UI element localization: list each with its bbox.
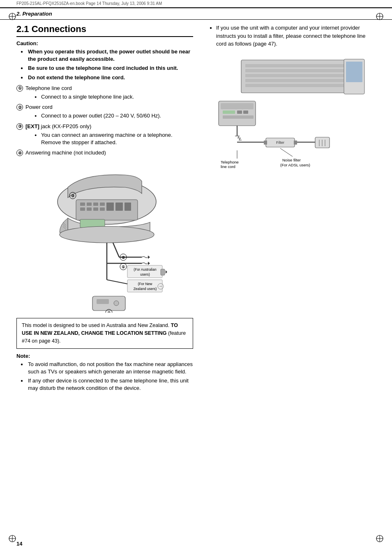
svg-rect-22 [106, 203, 114, 211]
svg-rect-71 [243, 111, 248, 114]
svg-rect-23 [115, 203, 123, 211]
svg-marker-34 [148, 256, 150, 259]
svg-line-32 [113, 243, 119, 257]
item-2-sub-1: Connect to a power outlet (220 – 240 V, … [35, 112, 161, 120]
note-label: Note: [16, 353, 193, 359]
svg-rect-21 [100, 207, 105, 211]
caution-label: Caution: [16, 40, 193, 46]
caution-item-2: Be sure to use the telephone line cord i… [21, 64, 193, 72]
svg-rect-72 [223, 115, 254, 119]
left-column: 2.1 Connections Caution: When you operat… [16, 24, 193, 395]
item-1-label: Telephone line cord [25, 85, 72, 91]
svg-text:①: ① [122, 265, 125, 269]
svg-rect-68 [221, 103, 254, 109]
num-2: ② [16, 104, 23, 111]
svg-marker-46 [166, 270, 167, 274]
svg-text:Zealand users): Zealand users) [134, 287, 157, 291]
svg-rect-78 [294, 140, 297, 145]
svg-rect-24 [125, 203, 131, 211]
right-intro-text: If you use the unit with a computer and … [205, 24, 376, 48]
svg-rect-69 [223, 111, 235, 114]
svg-rect-14 [80, 203, 85, 206]
corner-mark-br [376, 534, 384, 543]
svg-rect-62 [245, 74, 352, 77]
item-3-label: [EXT] jack (KX-FP205 only) [25, 123, 91, 129]
svg-rect-55 [97, 299, 109, 304]
item-3-subs: You can connect an answering machine or … [25, 131, 193, 146]
svg-rect-18 [80, 207, 85, 211]
svg-text:users): users) [140, 272, 150, 276]
svg-text:④: ④ [107, 311, 111, 313]
svg-rect-70 [237, 111, 242, 114]
num-1: ① [16, 85, 23, 92]
item-1-subs: Connect to a single telephone line jack. [25, 93, 134, 101]
page: FP205-215AL-PFQX2516ZA-en.book Page 14 T… [0, 0, 392, 555]
fax-diagram-area: ③ ② [16, 161, 193, 314]
item-1-sub-1: Connect to a single telephone line jack. [35, 93, 134, 101]
page-number: 14 [16, 541, 22, 547]
svg-text:(For Australian: (For Australian [134, 267, 157, 272]
item-3: ③ [EXT] jack (KX-FP205 only) You can con… [16, 123, 193, 148]
info-box: This model is designed to be used in Aus… [16, 318, 193, 348]
info-box-text: This model is designed to be used in Aus… [22, 322, 186, 344]
svg-rect-17 [100, 203, 105, 206]
svg-text:line cord: line cord [221, 164, 235, 169]
item-1: ① Telephone line cord Connect to a singl… [16, 85, 193, 102]
svg-rect-66 [346, 62, 362, 82]
svg-text:Filter: Filter [276, 140, 284, 145]
svg-line-53 [107, 280, 127, 284]
svg-rect-45 [161, 269, 165, 275]
corner-mark-tl [8, 12, 16, 21]
svg-rect-60 [245, 64, 352, 67]
file-info: FP205-215AL-PFQX2516ZA-en.book Page 14 T… [0, 0, 392, 7]
item-4-label: Answering machine (not included) [25, 150, 106, 156]
item-2-subs: Connect to a power outlet (220 – 240 V, … [25, 112, 161, 120]
corner-mark-tr [376, 12, 384, 21]
num-3: ③ [16, 123, 23, 130]
svg-rect-19 [87, 207, 92, 211]
item-3-sub-1: You can connect an answering machine or … [35, 131, 193, 146]
svg-text:③: ③ [71, 194, 74, 198]
svg-rect-64 [245, 84, 352, 87]
caution-item-1: When you operate this product, the power… [21, 48, 193, 63]
svg-rect-15 [87, 203, 92, 206]
section-header: 2. Preparation [0, 7, 392, 20]
num-4: ④ [16, 150, 23, 156]
caution-item-3: Do not extend the telephone line cord. [21, 74, 193, 81]
note-item-2: If any other device is connected to the … [21, 377, 193, 392]
svg-rect-16 [93, 203, 98, 206]
svg-text:Telephone: Telephone [221, 160, 239, 164]
right-intro-item: If you use the unit with a computer and … [210, 24, 376, 48]
item-4: ④ Answering machine (not included) [16, 149, 193, 157]
section-title: 2.1 Connections [16, 24, 193, 37]
svg-text:(For New: (For New [138, 282, 153, 286]
main-content: 2.1 Connections Caution: When you operat… [0, 20, 392, 403]
footer: 14 [16, 541, 376, 547]
right-column: If you use the unit with a computer and … [201, 24, 376, 395]
corner-mark-bl [8, 534, 16, 543]
svg-point-29 [60, 226, 154, 243]
numbered-section: ① Telephone line cord Connect to a singl… [16, 85, 193, 157]
svg-rect-61 [245, 69, 352, 72]
caution-list: When you operate this product, the power… [16, 48, 193, 81]
svg-text:Noise filter: Noise filter [282, 158, 301, 162]
svg-line-87 [280, 148, 293, 157]
svg-rect-77 [264, 140, 267, 145]
adsl-diagram: Filter Telephone [205, 54, 376, 170]
item-2-label: Power cord [25, 104, 53, 110]
svg-text:(For ADSL users): (For ADSL users) [280, 163, 310, 167]
svg-rect-63 [245, 79, 352, 82]
svg-rect-20 [93, 207, 98, 211]
adsl-svg: Filter Telephone [212, 54, 369, 169]
fax-diagram-svg: ③ ② [35, 161, 175, 313]
svg-marker-39 [148, 262, 150, 265]
svg-point-56 [114, 301, 119, 306]
note-list: To avoid malfunction, do not position th… [16, 361, 193, 392]
svg-text:②: ② [122, 256, 125, 260]
item-2: ② Power cord Connect to a power outlet (… [16, 104, 193, 121]
note-item-1: To avoid malfunction, do not position th… [21, 361, 193, 375]
